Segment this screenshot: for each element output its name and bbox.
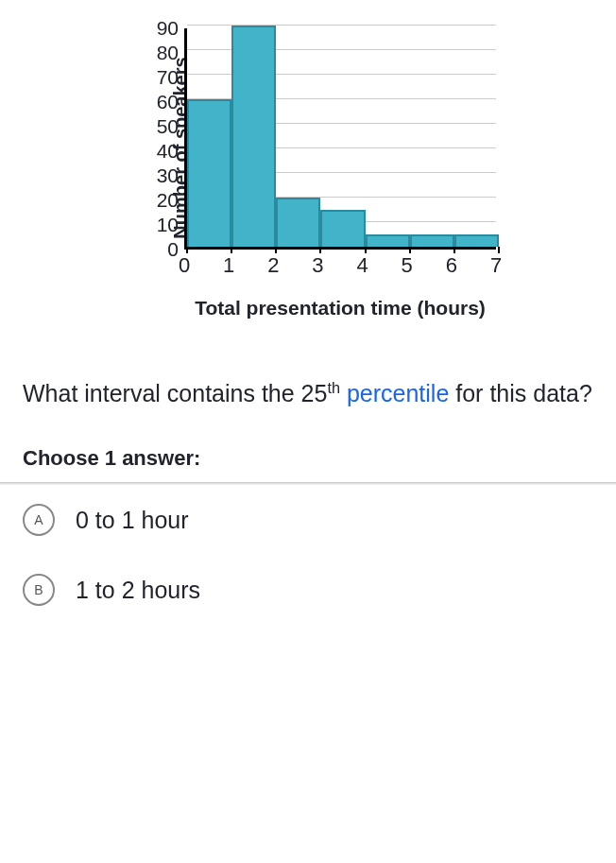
question-prefix: What interval contains the [23,380,301,406]
histogram-bar [231,26,276,247]
x-axis-ticks: 01234567 [184,250,496,278]
plot-area [184,28,496,250]
y-tick-label: 80 [157,42,179,64]
histogram-bar [187,99,231,247]
histogram-chart: Number of speakers 0102030405060708090 0… [0,19,616,319]
y-tick-label: 70 [157,66,179,89]
x-tick-label: 6 [446,253,457,278]
x-tick-label: 0 [179,253,190,278]
x-tick-label: 7 [490,253,502,278]
x-tick-label: 3 [312,253,323,278]
question-value-sup: th [327,379,340,396]
y-tick-label: 0 [167,238,179,261]
percentile-link[interactable]: percentile [340,380,449,406]
answer-option[interactable]: A0 to 1 hour [0,485,616,555]
x-tick-label: 2 [267,253,279,278]
answer-radio[interactable]: A [23,504,55,536]
histogram-bar [320,210,365,247]
y-tick-label: 20 [157,189,179,212]
x-tick-label: 1 [223,253,234,278]
histogram-bar [410,234,454,247]
histogram-bar [454,234,499,247]
answer-text: 0 to 1 hour [76,507,189,534]
histogram-bar [276,198,320,247]
x-tick-label: 4 [356,253,368,278]
histogram-bar [366,234,410,247]
y-tick-label: 30 [157,164,179,187]
x-axis-label: Total presentation time (hours) [184,297,496,319]
answer-option[interactable]: B1 to 2 hours [0,555,616,625]
y-tick-label: 60 [157,91,179,113]
x-tick-label: 5 [402,253,413,278]
y-tick-label: 90 [157,17,179,40]
question-suffix: for this data? [449,380,591,406]
y-tick-label: 40 [157,140,179,163]
question-value-base: 25 [301,380,328,406]
y-tick-label: 10 [157,214,179,236]
answer-radio[interactable]: B [23,574,55,606]
choose-label: Choose 1 answer: [23,446,593,471]
question-text: What interval contains the 25th percenti… [23,376,593,410]
answer-text: 1 to 2 hours [76,577,200,604]
y-tick-label: 50 [157,115,179,138]
answer-list: A0 to 1 hourB1 to 2 hours [0,485,616,625]
